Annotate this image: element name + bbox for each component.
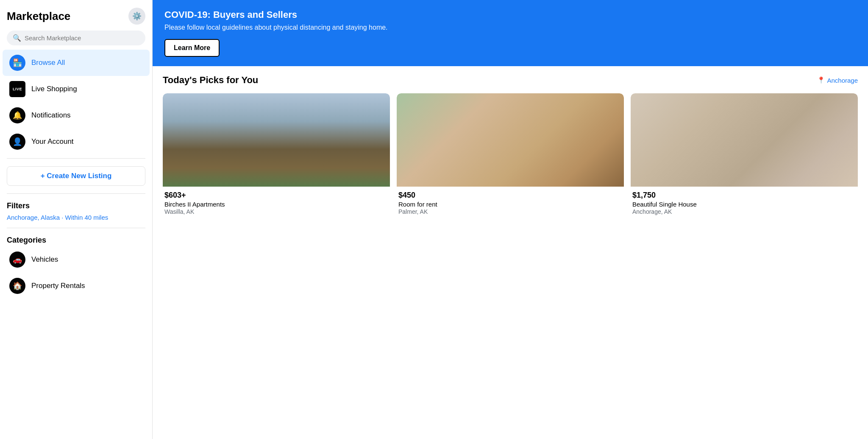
listing-name-2: Beautiful Single House <box>632 201 856 208</box>
sidebar-item-vehicles[interactable]: 🚗 Vehicles <box>3 246 150 273</box>
learn-more-button[interactable]: Learn More <box>164 39 220 57</box>
listing-info-0: $603+ Birches II Apartments Wasilla, AK <box>163 187 390 217</box>
notifications-label: Notifications <box>31 111 71 120</box>
picks-title: Today's Picks for You <box>163 75 258 86</box>
divider-2 <box>7 193 145 194</box>
search-bar-container: 🔍 <box>7 31 145 45</box>
your-account-label: Your Account <box>31 137 74 146</box>
location-link[interactable]: 📍 Anchorage <box>817 76 858 84</box>
listings-row: $603+ Birches II Apartments Wasilla, AK … <box>163 93 858 217</box>
search-input[interactable] <box>25 34 139 42</box>
listing-image-2 <box>631 93 858 187</box>
property-rentals-label: Property Rentals <box>31 282 85 290</box>
covid-title: COVID-19: Buyers and Sellers <box>164 9 856 20</box>
filter-value[interactable]: Anchorage, Alaska · Within 40 miles <box>0 212 152 224</box>
create-listing-label: + Create New Listing <box>41 172 112 180</box>
sidebar-item-live-shopping[interactable]: LIVE Live Shopping <box>3 76 150 102</box>
vehicles-icon: 🚗 <box>9 252 25 268</box>
filters-title: Filters <box>0 197 152 212</box>
browse-all-label: Browse All <box>31 59 65 67</box>
listing-image-1 <box>397 93 624 187</box>
listing-info-1: $450 Room for rent Palmer, AK <box>397 187 624 217</box>
vehicles-label: Vehicles <box>31 255 58 264</box>
covid-subtitle: Please follow local guidelines about phy… <box>164 24 856 31</box>
listing-info-2: $1,750 Beautiful Single House Anchorage,… <box>631 187 858 217</box>
divider-1 <box>7 158 145 159</box>
listing-card-2[interactable]: $1,750 Beautiful Single House Anchorage,… <box>631 93 858 217</box>
settings-button[interactable]: ⚙️ <box>128 8 145 25</box>
listing-price-2: $1,750 <box>632 191 856 200</box>
store-icon: 🏪 <box>9 55 25 71</box>
search-icon: 🔍 <box>13 34 21 42</box>
person-icon: 👤 <box>9 134 25 150</box>
listing-card-1[interactable]: $450 Room for rent Palmer, AK <box>397 93 624 217</box>
listing-card-0[interactable]: $603+ Birches II Apartments Wasilla, AK <box>163 93 390 217</box>
covid-banner: COVID-19: Buyers and Sellers Please foll… <box>153 0 868 66</box>
sidebar-item-browse-all[interactable]: 🏪 Browse All <box>3 50 150 76</box>
sidebar-item-notifications[interactable]: 🔔 Notifications <box>3 102 150 129</box>
create-listing-button[interactable]: + Create New Listing <box>7 166 145 186</box>
listing-name-1: Room for rent <box>398 201 622 208</box>
listing-location-0: Wasilla, AK <box>164 208 388 215</box>
listing-price-1: $450 <box>398 191 622 200</box>
picks-header: Today's Picks for You 📍 Anchorage <box>163 75 858 86</box>
main-content: COVID-19: Buyers and Sellers Please foll… <box>153 0 868 439</box>
live-icon: LIVE <box>9 81 25 97</box>
listing-location-2: Anchorage, AK <box>632 208 856 215</box>
listing-image-0 <box>163 93 390 187</box>
listing-name-0: Birches II Apartments <box>164 201 388 208</box>
property-icon: 🏠 <box>9 278 25 294</box>
sidebar: Marketplace ⚙️ 🔍 🏪 Browse All LIVE Live … <box>0 0 153 439</box>
sidebar-item-property-rentals[interactable]: 🏠 Property Rentals <box>3 273 150 299</box>
live-shopping-label: Live Shopping <box>31 85 77 93</box>
listing-price-0: $603+ <box>164 191 388 200</box>
location-text: Anchorage <box>827 77 858 84</box>
location-pin-icon: 📍 <box>817 76 825 84</box>
categories-title: Categories <box>0 232 152 246</box>
sidebar-header: Marketplace ⚙️ <box>0 0 152 29</box>
bell-icon: 🔔 <box>9 107 25 123</box>
divider-3 <box>7 228 145 228</box>
listing-location-1: Palmer, AK <box>398 208 622 215</box>
sidebar-item-your-account[interactable]: 👤 Your Account <box>3 129 150 155</box>
picks-section: Today's Picks for You 📍 Anchorage $603+ … <box>153 66 868 439</box>
sidebar-title: Marketplace <box>7 10 70 23</box>
